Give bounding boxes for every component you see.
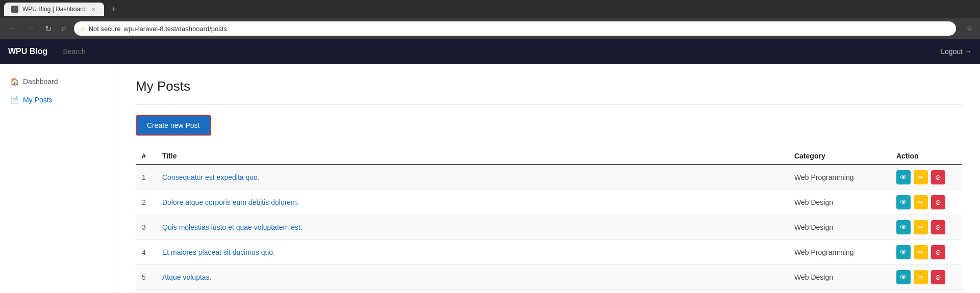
post-title-link[interactable]: Et maiores placeat sit ducimus quo. [162, 248, 275, 256]
col-header-num: # [136, 148, 156, 165]
browser-chrome: WPU Blog | Dashboard ✕ + [0, 0, 980, 18]
col-header-title: Title [156, 148, 788, 165]
action-buttons: 👁 ✏ ⊘ [896, 270, 956, 284]
back-btn[interactable]: ← [5, 22, 19, 35]
view-button[interactable]: 👁 [896, 270, 911, 284]
edit-button[interactable]: ✏ [914, 245, 928, 259]
cell-title: Dolore atque corporis eum debitis dolore… [156, 190, 788, 215]
doc-icon: 📄 [10, 96, 19, 104]
cell-title: Natus rerum dolorem temporibus voluptate… [156, 290, 788, 294]
view-button[interactable]: 👁 [896, 170, 911, 184]
delete-icon: ⊘ [935, 198, 941, 206]
cell-num: 4 [136, 240, 156, 265]
cell-num: 1 [136, 165, 156, 190]
view-button[interactable]: 👁 [896, 195, 911, 209]
table-row: 1 Consequatur est expedita quo. Web Prog… [136, 165, 962, 190]
cell-num: 5 [136, 265, 156, 290]
create-new-post-button[interactable]: Create new Post [136, 115, 211, 136]
table-header-row: # Title Category Action [136, 148, 962, 165]
table-row: 2 Dolore atque corporis eum debitis dolo… [136, 190, 962, 215]
table-body: 1 Consequatur est expedita quo. Web Prog… [136, 165, 962, 293]
page-title: My Posts [136, 78, 962, 94]
edit-icon: ✏ [918, 248, 924, 256]
delete-button[interactable]: ⊘ [931, 245, 945, 259]
address-text: wpu-laravel-8.test/dashboard/posts [124, 25, 227, 33]
cell-category: Web Programming [788, 165, 890, 190]
home-icon: 🏠 [10, 77, 19, 86]
new-tab-btn[interactable]: + [107, 4, 121, 15]
eye-icon: 👁 [900, 198, 907, 206]
delete-button[interactable]: ⊘ [931, 170, 945, 184]
view-button[interactable]: 👁 [896, 245, 911, 259]
browser-tab[interactable]: WPU Blog | Dashboard ✕ [4, 3, 104, 16]
browser-nav: ← → ↻ ⌂ ⚠ Not secure wpu-laravel-8.test/… [0, 18, 980, 39]
cell-category: Web Design [788, 265, 890, 290]
cell-title: Atque voluptas. [156, 265, 788, 290]
cell-title: Consequatur est expedita quo. [156, 165, 788, 190]
cell-actions: 👁 ✏ ⊘ [890, 265, 962, 290]
search-input[interactable] [63, 47, 925, 56]
app-brand: WPU Blog [8, 47, 47, 56]
col-header-category: Category [788, 148, 890, 165]
delete-icon: ⊘ [935, 223, 941, 231]
eye-icon: 👁 [900, 173, 907, 181]
posts-table: # Title Category Action 1 Consequatur es… [136, 148, 962, 293]
edit-button[interactable]: ✏ [914, 195, 928, 209]
post-title-link[interactable]: Atque voluptas. [162, 273, 212, 281]
edit-button[interactable]: ✏ [914, 270, 928, 284]
cell-actions: 👁 ✏ ⊘ [890, 240, 962, 265]
table-row: 3 Quis molestias iusto et quae voluptate… [136, 215, 962, 240]
post-title-link[interactable]: Dolore atque corporis eum debitis dolore… [162, 198, 299, 206]
sidebar-item-myposts[interactable]: 📄 My Posts [0, 91, 117, 109]
action-buttons: 👁 ✏ ⊘ [896, 170, 956, 184]
table-row: 6 Natus rerum dolorem temporibus volupta… [136, 290, 962, 294]
security-warning-icon: ⚠ [80, 25, 86, 32]
reload-btn[interactable]: ↻ [42, 22, 55, 36]
col-header-action: Action [890, 148, 962, 165]
delete-button[interactable]: ⊘ [931, 270, 945, 284]
edit-button[interactable]: ✏ [914, 220, 928, 234]
eye-icon: 👁 [900, 223, 907, 231]
table-row: 5 Atque voluptas. Web Design 👁 ✏ ⊘ [136, 265, 962, 290]
not-secure-label: Not secure [89, 25, 121, 33]
home-btn[interactable]: ⌂ [59, 22, 70, 35]
delete-icon: ⊘ [935, 248, 941, 256]
address-bar[interactable]: ⚠ Not secure wpu-laravel-8.test/dashboar… [74, 21, 956, 36]
cell-category: Web Programming [788, 240, 890, 265]
edit-button[interactable]: ✏ [914, 170, 928, 184]
post-title-link[interactable]: Quis molestias iusto et quae voluptatem … [162, 223, 303, 231]
bookmark-icon[interactable]: ☆ [964, 22, 975, 35]
app-body: 🏠 Dashboard 📄 My Posts My Posts Create n… [0, 64, 980, 293]
edit-icon: ✏ [918, 173, 924, 181]
logout-button[interactable]: Logout → [941, 47, 972, 56]
tab-title: WPU Blog | Dashboard [22, 6, 86, 13]
delete-button[interactable]: ⊘ [931, 220, 945, 234]
cell-actions: 👁 ✏ ⊘ [890, 290, 962, 294]
cell-actions: 👁 ✏ ⊘ [890, 215, 962, 240]
sidebar-item-dashboard-label: Dashboard [23, 77, 58, 86]
cell-actions: 👁 ✏ ⊘ [890, 165, 962, 190]
edit-icon: ✏ [918, 223, 924, 231]
delete-button[interactable]: ⊘ [931, 195, 945, 209]
app-header: WPU Blog Logout → [0, 39, 980, 64]
cell-category: Web Programming [788, 290, 890, 294]
action-buttons: 👁 ✏ ⊘ [896, 245, 956, 259]
cell-title: Et maiores placeat sit ducimus quo. [156, 240, 788, 265]
view-button[interactable]: 👁 [896, 220, 911, 234]
cell-category: Web Design [788, 190, 890, 215]
eye-icon: 👁 [900, 248, 907, 256]
cell-title: Quis molestias iusto et quae voluptatem … [156, 215, 788, 240]
header-search[interactable] [63, 47, 925, 56]
cell-actions: 👁 ✏ ⊘ [890, 190, 962, 215]
post-title-link[interactable]: Consequatur est expedita quo. [162, 173, 260, 181]
sidebar-item-dashboard[interactable]: 🏠 Dashboard [0, 72, 117, 91]
sidebar-item-myposts-label: My Posts [23, 96, 53, 104]
edit-icon: ✏ [918, 198, 924, 206]
delete-icon: ⊘ [935, 273, 941, 281]
tab-favicon [11, 6, 18, 13]
action-buttons: 👁 ✏ ⊘ [896, 220, 956, 234]
tab-close-btn[interactable]: ✕ [90, 6, 97, 13]
forward-btn[interactable]: → [23, 22, 38, 35]
nav-icons: ☆ [964, 22, 975, 35]
edit-icon: ✏ [918, 273, 924, 281]
